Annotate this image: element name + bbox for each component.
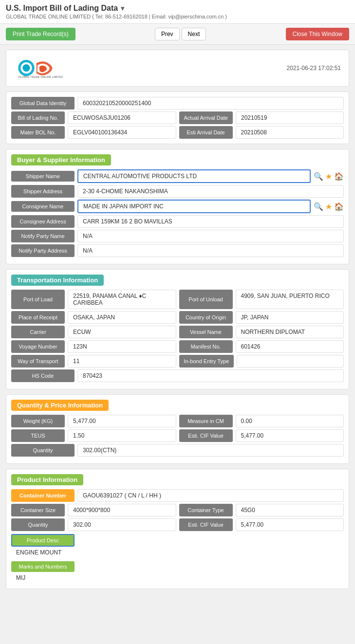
- bol-row: Bill of Lading No. ECUWOSASJU01206 Actua…: [11, 111, 344, 124]
- top-bar: U.S. Import Bill of Lading Data ▾ GLOBAL…: [0, 0, 355, 45]
- master-bol-label: Mater BOL No.: [11, 126, 65, 139]
- consignee-name-row: Consignee Name MADE IN JAPAN IMPORT INC …: [11, 200, 344, 213]
- weight-label: Weight (KG): [11, 415, 65, 427]
- product-title: Product Information: [11, 474, 83, 485]
- record-header: GLOBAL TRADE ONLINE LIMITED 2021-06-23 1…: [6, 50, 349, 87]
- logo-area: GLOBAL TRADE ONLINE LIMITED: [14, 56, 63, 80]
- in-bond-entry-value: [237, 355, 344, 368]
- svg-text:GLOBAL TRADE ONLINE LIMITED: GLOBAL TRADE ONLINE LIMITED: [18, 75, 63, 78]
- shipper-search-icon[interactable]: 🔍: [314, 172, 323, 181]
- global-data-identity-row: Global Data Identity 6003202105200002514…: [11, 97, 344, 110]
- container-size-type-row: Container Size 4000*900*800 Container Ty…: [11, 504, 344, 516]
- shipper-star-icon[interactable]: ★: [325, 172, 332, 181]
- company-logo: GLOBAL TRADE ONLINE LIMITED: [14, 56, 63, 80]
- product-desc-label[interactable]: Product Desc: [11, 534, 75, 547]
- hs-code-label: HS Code: [11, 369, 75, 382]
- manifest-no-label: Manifest No.: [179, 340, 233, 353]
- consignee-address-row: Consignee Address CARR 159KM 16 2 BO MAV…: [11, 215, 344, 228]
- shipper-name-value: CENTRAL AUTOMOTIVE PRODUCTS LTD: [77, 169, 311, 183]
- quantity-value: 302.00(CTN): [77, 444, 344, 457]
- vessel-name-label: Vessel Name: [179, 326, 233, 338]
- notify-party-address-row: Notify Party Address N/A: [11, 244, 344, 257]
- marks-label: Marks and Numbers: [11, 561, 75, 572]
- container-type-value: 45G0: [236, 504, 344, 516]
- shipper-icons: 🔍 ★ 🏠: [314, 172, 344, 181]
- next-button[interactable]: Next: [182, 28, 206, 40]
- basic-info-card: Global Data Identity 6003202105200002514…: [6, 92, 349, 144]
- transport-inbond-row: Way of Transport 11 In-bond Entry Type: [11, 355, 344, 368]
- port-of-unload-label: Port of Unload: [179, 290, 233, 309]
- quantity-price-title: Quantity & Price Information: [11, 400, 109, 411]
- voyage-number-label: Voyage Number: [11, 340, 65, 353]
- consignee-name-value: MADE IN JAPAN IMPORT INC: [77, 200, 311, 213]
- measure-label: Measure in CM: [179, 415, 233, 427]
- product-quantity-label: Quantity: [11, 518, 65, 531]
- esti-arrival-value: 20210508: [236, 126, 344, 139]
- master-bol-value: EGLV040100136434: [68, 126, 176, 139]
- weight-value: 5,477.00: [68, 415, 176, 427]
- product-desc-value: ENGINE MOUNT: [11, 547, 344, 558]
- product-card: Product Information Container Number GAO…: [6, 469, 349, 589]
- port-row: Port of Load 22519, PANAMA CANAL ♦C CARI…: [11, 290, 344, 309]
- page-title: U.S. Import Bill of Lading Data ▾: [6, 4, 349, 13]
- notify-party-address-label: Notify Party Address: [11, 244, 75, 257]
- dropdown-arrow-icon[interactable]: ▾: [121, 4, 124, 12]
- container-size-value: 4000*900*800: [68, 504, 176, 516]
- consignee-search-icon[interactable]: 🔍: [314, 202, 323, 211]
- notify-party-address-value: N/A: [77, 244, 344, 257]
- weight-measure-row: Weight (KG) 5,477.00 Measure in CM 0.00: [11, 415, 344, 427]
- product-esti-cif-value: 5,477.00: [236, 518, 344, 531]
- teus-cif-row: TEUS 1.50 Esti. CIF Value 5,477.00: [11, 429, 344, 442]
- consignee-star-icon[interactable]: ★: [325, 202, 332, 211]
- teus-label: TEUS: [11, 429, 65, 442]
- buyer-supplier-header: Buyer & Supplier Information: [11, 154, 344, 169]
- container-number-value: GAOU6391027 ( CN / L / HH ): [77, 489, 344, 502]
- shipper-name-row: Shipper Name CENTRAL AUTOMOTIVE PRODUCTS…: [11, 169, 344, 183]
- receipt-country-row: Place of Receipt OSAKA, JAPAN Country of…: [11, 311, 344, 324]
- country-of-origin-value: JP, JAPAN: [236, 311, 344, 324]
- place-of-receipt-label: Place of Receipt: [11, 311, 65, 324]
- shipper-home-icon[interactable]: 🏠: [334, 172, 344, 181]
- carrier-label: Carrier: [11, 326, 65, 338]
- timestamp: 2021-06-23 17:02:51: [287, 65, 341, 72]
- container-number-label: Container Number: [11, 489, 75, 502]
- shipper-address-value: 2-30 4-CHOME NAKANOSHIMA: [77, 185, 344, 198]
- print-button[interactable]: Print Trade Record(s): [6, 28, 75, 40]
- actual-arrival-label: Actual Arrival Date: [179, 111, 233, 124]
- consignee-home-icon[interactable]: 🏠: [334, 202, 344, 211]
- shipper-name-label: Shipper Name: [11, 171, 75, 182]
- marks-section: Marks and Numbers MIJ: [11, 561, 344, 584]
- global-data-identity-label: Global Data Identity: [11, 97, 75, 110]
- buyer-supplier-card: Buyer & Supplier Information Shipper Nam…: [6, 149, 349, 264]
- container-number-row: Container Number GAOU6391027 ( CN / L / …: [11, 489, 344, 502]
- close-button[interactable]: Close This Window: [286, 28, 349, 40]
- country-of-origin-label: Country of Origin: [179, 311, 233, 324]
- product-quantity-cif-row: Quantity 302.00 Esti. CIF Value 5,477.00: [11, 518, 344, 531]
- hs-code-value: 870423: [77, 369, 344, 382]
- quantity-label: Quantity: [11, 444, 75, 457]
- marks-value: MIJ: [11, 572, 344, 584]
- carrier-value: ECUW: [68, 326, 176, 338]
- shipper-address-label: Shipper Address: [11, 185, 75, 198]
- subtitle: GLOBAL TRADE ONLINE LIMITED ( Tel: 86-51…: [6, 14, 349, 19]
- bill-of-lading-label: Bill of Lading No.: [11, 111, 65, 124]
- esti-arrival-label: Esti Arrival Date: [179, 126, 233, 139]
- shipper-address-row: Shipper Address 2-30 4-CHOME NAKANOSHIMA: [11, 185, 344, 198]
- buyer-supplier-title: Buyer & Supplier Information: [11, 154, 111, 166]
- esti-cif-value: 5,477.00: [236, 429, 344, 442]
- transportation-title: Transportation Information: [11, 275, 104, 286]
- consignee-address-value: CARR 159KM 16 2 BO MAVILLAS: [77, 215, 344, 228]
- master-bol-row: Mater BOL No. EGLV040100136434 Esti Arri…: [11, 126, 344, 139]
- hs-code-row: HS Code 870423: [11, 369, 344, 382]
- prev-button[interactable]: Prev: [155, 28, 180, 40]
- way-of-transport-label: Way of Transport: [11, 355, 65, 368]
- teus-value: 1.50: [68, 429, 176, 442]
- port-of-load-label: Port of Load: [11, 290, 65, 309]
- way-of-transport-value: 11: [68, 355, 176, 368]
- svg-point-2: [23, 64, 30, 72]
- quantity-row: Quantity 302.00(CTN): [11, 444, 344, 457]
- manifest-no-value: 601426: [236, 340, 344, 353]
- product-desc-section: Product Desc ENGINE MOUNT: [11, 534, 344, 558]
- esti-cif-label: Esti. CIF Value: [179, 429, 233, 442]
- quantity-price-card: Quantity & Price Information Weight (KG)…: [6, 394, 349, 464]
